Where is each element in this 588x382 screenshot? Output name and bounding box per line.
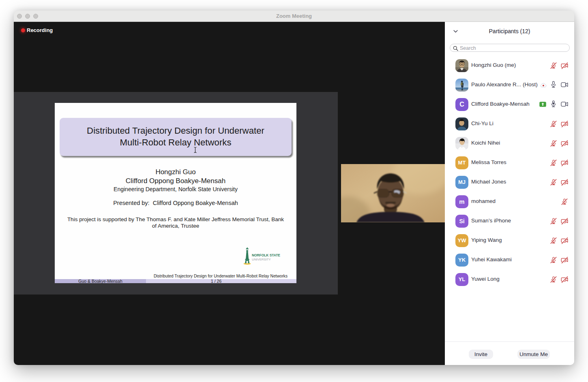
svg-text:NORFOLK STATE: NORFOLK STATE [252, 253, 280, 257]
svg-text:UNIVERSITY: UNIVERSITY [252, 258, 271, 261]
